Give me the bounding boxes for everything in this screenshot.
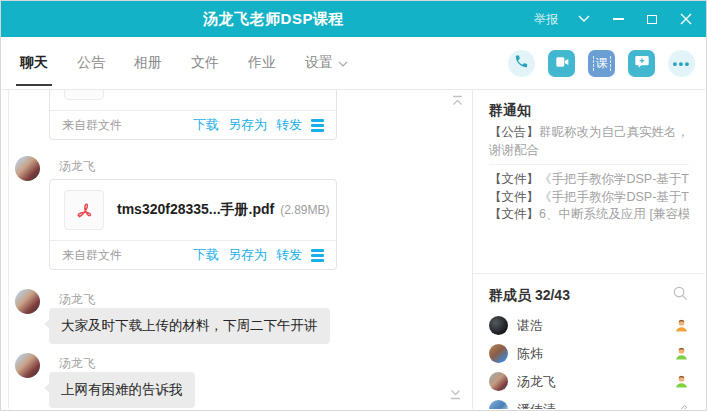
member-row[interactable]: 陈炜 xyxy=(489,340,689,368)
member-avatar[interactable] xyxy=(489,400,508,409)
notice-item-file[interactable]: 【文件】《手把手教你学DSP-基于TMS... xyxy=(489,189,689,207)
file-card[interactable]: tms320f28335...手册.pdf (2.89MB) 来自群文件 下载 … xyxy=(49,179,337,270)
tab-files[interactable]: 文件 xyxy=(191,37,219,89)
chat-panel: 来自群文件 下载 另存为 转发 汤龙飞 tms320f28335...手册.pd… xyxy=(2,90,472,409)
sender-avatar[interactable] xyxy=(15,353,40,378)
member-search-icon[interactable] xyxy=(672,285,689,306)
chat-bubble-plus-icon xyxy=(634,54,650,74)
tab-settings[interactable]: 设置 xyxy=(305,37,348,89)
member-row[interactable]: 汤龙飞 xyxy=(489,368,689,396)
member-row[interactable]: 谌浩 xyxy=(489,312,689,340)
file-menu-icon[interactable] xyxy=(311,118,324,132)
message-bubble: 上网有困难的告诉我 xyxy=(49,372,195,408)
pdf-file-icon xyxy=(64,90,104,100)
file-size: (2.89MB) xyxy=(280,203,329,217)
tab-announcement[interactable]: 公告 xyxy=(77,37,105,89)
pdf-file-icon xyxy=(64,190,104,230)
minimize-button[interactable] xyxy=(610,11,626,27)
file-source-label: 来自群文件 xyxy=(62,117,122,134)
download-link[interactable]: 下载 xyxy=(193,116,219,134)
close-button[interactable] xyxy=(678,11,694,27)
sender-name: 汤龙飞 xyxy=(59,158,95,175)
forward-link[interactable]: 转发 xyxy=(276,246,302,264)
file-source-label: 来自群文件 xyxy=(62,247,122,264)
maximize-button[interactable] xyxy=(644,11,660,27)
tab-bar: 聊天 公告 相册 文件 作业 设置 xyxy=(20,37,348,89)
mobile-online-orange-icon xyxy=(674,318,689,333)
divider xyxy=(473,273,705,274)
group-info-panel: 群通知 【公告】群昵称改为自己真实姓名，谢谢配合 【文件】《手把手教你学DSP-… xyxy=(472,90,705,409)
tab-album[interactable]: 相册 xyxy=(134,37,162,89)
notice-item-announcement[interactable]: 【公告】群昵称改为自己真实姓名，谢谢配合 xyxy=(489,124,689,159)
course-icon: 课 xyxy=(593,56,611,71)
titlebar[interactable]: 汤龙飞老师DSP课程 举报 xyxy=(1,1,706,37)
voice-call-button[interactable] xyxy=(508,50,535,77)
notice-list: 【公告】群昵称改为自己真实姓名，谢谢配合 【文件】《手把手教你学DSP-基于TM… xyxy=(489,124,689,224)
pencil-icon xyxy=(675,403,689,410)
mobile-online-green-icon xyxy=(674,346,689,361)
chevron-down-icon[interactable] xyxy=(576,11,592,27)
report-button[interactable]: 举报 xyxy=(534,11,558,28)
scroll-to-bottom-icon[interactable] xyxy=(449,386,462,404)
file-menu-icon[interactable] xyxy=(311,248,324,262)
file-card-body[interactable]: tms320f28335...手册.pdf (2.89MB) xyxy=(50,180,336,240)
file-name: tms320f28335...手册.pdf xyxy=(117,201,274,219)
group-notice-title: 群通知 xyxy=(489,100,689,120)
file-card-partial[interactable]: 来自群文件 下载 另存为 转发 xyxy=(49,90,337,140)
course-button[interactable]: 课 xyxy=(588,50,615,77)
save-as-link[interactable]: 另存为 xyxy=(228,116,267,134)
phone-icon xyxy=(514,54,529,73)
forward-link[interactable]: 转发 xyxy=(276,116,302,134)
sender-name: 汤龙飞 xyxy=(59,291,95,308)
window-title: 汤龙飞老师DSP课程 xyxy=(1,10,546,29)
message-bubble: 大家及时下载上传的材料，下周二下午开讲 xyxy=(49,308,330,344)
tab-chat[interactable]: 聊天 xyxy=(20,37,48,89)
member-list: 谌浩 陈炜 汤龙飞 潘佳清 xyxy=(489,312,689,410)
divider xyxy=(489,164,689,165)
sender-avatar[interactable] xyxy=(15,289,40,314)
file-card-body[interactable] xyxy=(50,90,336,110)
header-bar: 聊天 公告 相册 文件 作业 设置 xyxy=(2,37,705,90)
settings-chevron-down-icon xyxy=(338,55,348,71)
header-actions: 课 ••• xyxy=(508,50,695,77)
save-as-link[interactable]: 另存为 xyxy=(228,246,267,264)
member-avatar[interactable] xyxy=(489,316,508,335)
mobile-online-green-icon xyxy=(674,374,689,389)
left-divider xyxy=(8,90,9,409)
more-button[interactable]: ••• xyxy=(668,50,695,77)
video-camera-icon xyxy=(554,54,570,74)
group-chat-window: 汤龙飞老师DSP课程 举报 聊天 公告 相册 文件 作业 设置 xyxy=(0,0,707,411)
new-chat-button[interactable] xyxy=(628,50,655,77)
scroll-to-top-icon[interactable] xyxy=(451,92,464,110)
notice-item-file[interactable]: 【文件】6、中断系统及应用 [兼容模式].... xyxy=(489,206,689,224)
member-avatar[interactable] xyxy=(489,344,508,363)
download-link[interactable]: 下载 xyxy=(193,246,219,264)
sender-avatar[interactable] xyxy=(15,156,40,181)
video-call-button[interactable] xyxy=(548,50,575,77)
group-members-title: 群成员 32/43 xyxy=(489,285,570,305)
ellipsis-icon: ••• xyxy=(672,59,690,69)
member-avatar[interactable] xyxy=(489,372,508,391)
notice-item-file[interactable]: 【文件】《手把手教你学DSP-基于TMS... xyxy=(489,171,689,189)
tab-homework[interactable]: 作业 xyxy=(248,37,276,89)
sender-name: 汤龙飞 xyxy=(59,355,95,372)
member-row[interactable]: 潘佳清 xyxy=(489,396,689,410)
